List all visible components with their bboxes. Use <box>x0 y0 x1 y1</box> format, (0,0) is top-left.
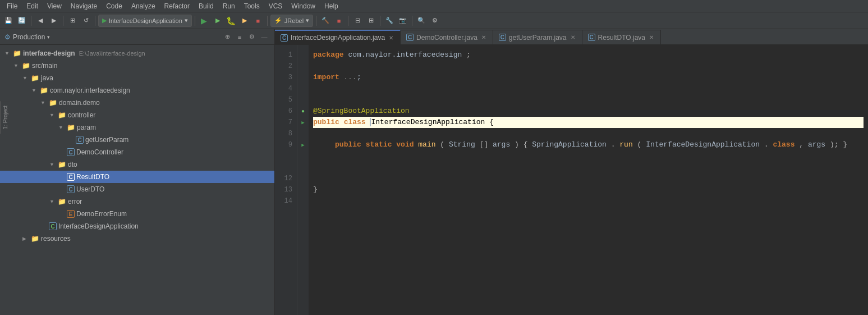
line-num-8: 8 <box>275 128 297 139</box>
jrebel-arrow: ▾ <box>306 17 309 24</box>
run-button[interactable]: ▶ <box>198 15 210 27</box>
minimize-button[interactable]: — <box>259 31 270 43</box>
tree-item-ResultDTO[interactable]: C ResultDTO <box>0 171 274 183</box>
editor-tabs: C InterfaceDesignApplication.java ✕ C De… <box>275 29 868 45</box>
gutter-item-9[interactable]: ▶ <box>297 139 309 150</box>
gear-icon[interactable]: ⚙ <box>246 31 258 43</box>
tree-item-controller[interactable]: ▼ 📁 controller <box>0 109 274 121</box>
project-settings-icon: ⚙ <box>4 33 11 41</box>
tab-close-1[interactable]: ✕ <box>480 34 487 41</box>
menu-file[interactable]: File <box>2 1 22 11</box>
tree-item-srcmain[interactable]: ▼ 📁 src/main <box>0 60 274 72</box>
folder-icon-java: 📁 <box>31 74 39 82</box>
enum-icon-DemoErrorEnum: E <box>67 210 75 218</box>
add-module-button[interactable]: ⊕ <box>222 31 233 43</box>
jrebel-icon: ⚡ <box>274 17 282 24</box>
run-with-coverage[interactable]: ▶ <box>238 15 251 27</box>
stop-button[interactable]: ■ <box>252 15 264 27</box>
tree-item-UserDTO[interactable]: C UserDTO <box>0 183 274 195</box>
tree-item-getuserParam[interactable]: C getUserParam <box>0 134 274 146</box>
code-line-3: import ...; <box>313 72 864 83</box>
folder-icon-com-naylor: 📁 <box>40 86 48 94</box>
gutter-item-7[interactable]: ▶ <box>297 117 309 128</box>
side-tab-label: 1: Project <box>2 106 8 129</box>
forward-button[interactable]: ▶ <box>48 15 60 27</box>
tree-item-param[interactable]: ▼ 📁 param <box>0 121 274 134</box>
tab-InterfaceDesignApplication[interactable]: C InterfaceDesignApplication.java ✕ <box>275 30 401 44</box>
gutter-item-6: ● <box>297 106 309 117</box>
menu-window[interactable]: Window <box>287 1 320 11</box>
menu-run[interactable]: Run <box>218 1 240 11</box>
code-line-14 <box>313 195 864 207</box>
layout-1[interactable]: ⊟ <box>351 15 364 27</box>
coverage-button[interactable]: ▶ <box>212 15 224 27</box>
tab-getUserParam[interactable]: C getUserParam.java ✕ <box>493 30 582 44</box>
gutter-item-13 <box>297 184 309 195</box>
line-num-14: 14 <box>275 195 297 207</box>
folder-icon-srcmain: 📁 <box>22 62 30 70</box>
run-config-dropdown[interactable]: ▶ InterfaceDesignApplication ▾ <box>98 15 192 27</box>
menu-help[interactable]: Help <box>320 1 343 11</box>
debug-button[interactable]: 🐛 <box>225 15 237 27</box>
code-line-1: package com.naylor.interfacedesign ; <box>313 49 864 61</box>
search-everywhere[interactable]: 🔍 <box>415 15 428 27</box>
menu-refactor[interactable]: Refactor <box>160 1 194 11</box>
project-side-tab[interactable]: 1: Project <box>0 101 10 134</box>
toolbar-separator-3 <box>95 16 95 26</box>
layout-2[interactable]: ⊞ <box>365 15 377 27</box>
stop-build-button[interactable]: ■ <box>333 15 345 27</box>
tree-item-dto[interactable]: ▼ 📁 dto <box>0 158 274 171</box>
line-num-12: 12 <box>275 173 297 184</box>
tab-close-3[interactable]: ✕ <box>648 34 655 41</box>
line-num-3: 3 <box>275 72 297 83</box>
tree-label-InterfaceDesignApp: InterfaceDesignApplication <box>58 222 139 230</box>
jrebel-dropdown[interactable]: ⚡ JRebel ▾ <box>270 15 313 27</box>
run-window-button[interactable]: ⊞ <box>66 15 79 27</box>
tab-DemoController[interactable]: C DemoController.java ✕ <box>401 30 493 44</box>
menu-analyze[interactable]: Analyze <box>127 1 160 11</box>
tree-item-domain-demo[interactable]: ▼ 📁 domain.demo <box>0 97 274 109</box>
back-button[interactable]: ◀ <box>34 15 47 27</box>
project-title[interactable]: ⚙ Production ▾ <box>4 33 219 41</box>
code-line-10 <box>313 150 864 162</box>
save-all-button[interactable]: 💾 <box>2 15 15 27</box>
menu-code[interactable]: Code <box>102 1 127 11</box>
menu-navigate[interactable]: Navigate <box>66 1 102 11</box>
menu-build[interactable]: Build <box>194 1 218 11</box>
build-menu-button[interactable]: 🔨 <box>319 15 332 27</box>
menu-tools[interactable]: Tools <box>240 1 264 11</box>
tree-item-error[interactable]: ▼ 📁 error <box>0 195 274 208</box>
tree-item-java[interactable]: ▼ 📁 java <box>0 72 274 84</box>
tree-item-root[interactable]: ▼ 📁 interface-design E:\Java\interface-d… <box>0 47 274 60</box>
toolbar-separator-9 <box>412 16 412 26</box>
tree-item-resources[interactable]: ▶ 📁 resources <box>0 232 274 245</box>
code-editor[interactable]: 1 2 3 4 5 6 7 8 9 12 13 14 <box>275 45 868 315</box>
tree-item-DemoErrorEnum[interactable]: E DemoErrorEnum <box>0 208 274 220</box>
tab-close-2[interactable]: ✕ <box>570 34 576 41</box>
tree-arrow-resources: ▶ <box>22 236 29 241</box>
tree-item-com-naylor[interactable]: ▼ 📁 com.naylor.interfacedesign <box>0 84 274 97</box>
code-line-5 <box>313 94 864 106</box>
camera-button[interactable]: 📷 <box>397 15 409 27</box>
menu-vcs[interactable]: VCS <box>264 1 287 11</box>
menu-view[interactable]: View <box>43 1 66 11</box>
settings-btn[interactable]: ⚙ <box>429 15 441 27</box>
tab-close-0[interactable]: ✕ <box>388 34 394 42</box>
gutter-item-10 <box>297 150 309 162</box>
tree-arrow-com-naylor: ▼ <box>31 88 38 93</box>
tree-item-InterfaceDesignApp[interactable]: C InterfaceDesignApplication <box>0 220 274 232</box>
revert-button[interactable]: ↺ <box>80 15 92 27</box>
menu-edit[interactable]: Edit <box>22 1 43 11</box>
tree-path-root: E:\Java\interface-design <box>79 50 145 57</box>
code-line-2 <box>313 61 864 72</box>
code-content[interactable]: package com.naylor.interfacedesign ; imp… <box>309 45 868 315</box>
code-line-8 <box>313 128 864 139</box>
tab-ResultDTO[interactable]: C ResultDTO.java ✕ <box>582 30 661 44</box>
tree-label-UserDTO: UserDTO <box>76 185 104 193</box>
tree-item-DemoController[interactable]: C DemoController <box>0 146 274 158</box>
collapse-button[interactable]: ≡ <box>234 31 245 43</box>
sync-button[interactable]: 🔄 <box>16 15 28 27</box>
wrench-button[interactable]: 🔧 <box>383 15 396 27</box>
line-num-2: 2 <box>275 61 297 72</box>
folder-icon-controller: 📁 <box>58 111 66 119</box>
